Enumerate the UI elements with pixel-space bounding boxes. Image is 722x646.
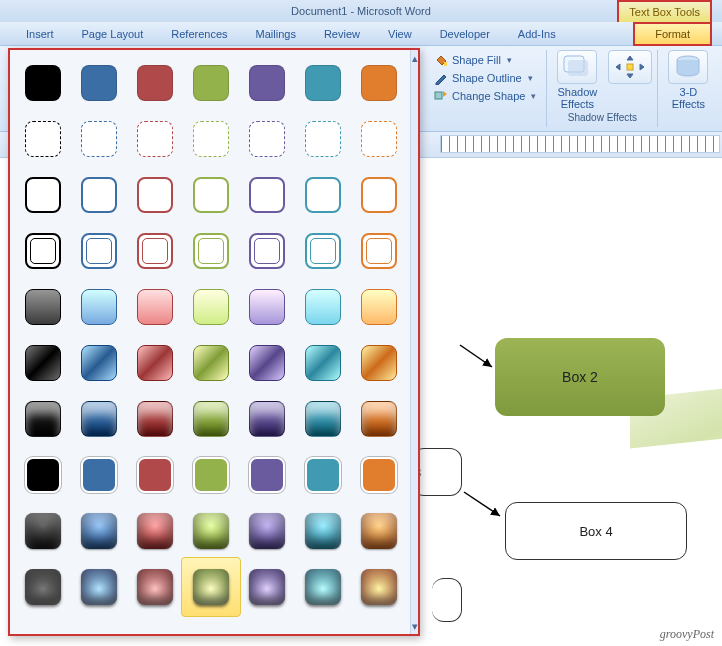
change-shape-button[interactable]: Change Shape▾ xyxy=(430,88,540,104)
style-swatch[interactable] xyxy=(132,564,178,610)
style-swatch[interactable] xyxy=(20,452,66,498)
shape-styles-gallery-host: ▴ ▾ xyxy=(0,46,420,132)
style-swatch[interactable] xyxy=(356,60,402,106)
shadow-nudge-button[interactable] xyxy=(605,46,655,110)
svg-rect-3 xyxy=(568,60,588,76)
tab-insert[interactable]: Insert xyxy=(12,22,68,46)
gallery-scrollbar[interactable]: ▴ ▾ xyxy=(410,50,418,634)
style-swatch[interactable] xyxy=(188,284,234,330)
style-swatch[interactable] xyxy=(244,508,290,554)
style-swatch[interactable] xyxy=(188,116,234,162)
scroll-down-icon[interactable]: ▾ xyxy=(411,618,418,634)
style-swatch[interactable] xyxy=(244,172,290,218)
style-swatch[interactable] xyxy=(20,284,66,330)
style-swatch[interactable] xyxy=(300,172,346,218)
style-swatch[interactable] xyxy=(188,228,234,274)
style-swatch[interactable] xyxy=(356,396,402,442)
tab-mailings[interactable]: Mailings xyxy=(242,22,310,46)
shape-outline-button[interactable]: Shape Outline▾ xyxy=(430,70,540,86)
style-swatch[interactable] xyxy=(356,284,402,330)
style-swatch[interactable] xyxy=(188,396,234,442)
style-swatch[interactable] xyxy=(188,452,234,498)
style-swatch[interactable] xyxy=(20,396,66,442)
style-swatch[interactable] xyxy=(356,228,402,274)
style-swatch[interactable] xyxy=(244,116,290,162)
style-swatch[interactable] xyxy=(20,172,66,218)
shadow-effects-button[interactable]: Shadow Effects xyxy=(549,46,605,110)
tab-references[interactable]: References xyxy=(157,22,241,46)
style-swatch[interactable] xyxy=(132,396,178,442)
style-swatch[interactable] xyxy=(188,172,234,218)
style-swatch[interactable] xyxy=(132,340,178,386)
style-swatch[interactable] xyxy=(244,284,290,330)
style-swatch[interactable] xyxy=(300,284,346,330)
style-swatch[interactable] xyxy=(300,60,346,106)
shape-styles-gallery: ▴ ▾ xyxy=(8,48,420,636)
style-swatch[interactable] xyxy=(244,60,290,106)
style-swatch[interactable] xyxy=(76,564,122,610)
style-swatch[interactable] xyxy=(76,172,122,218)
tab-add-ins[interactable]: Add-Ins xyxy=(504,22,570,46)
style-swatch[interactable] xyxy=(356,172,402,218)
style-swatch[interactable] xyxy=(132,508,178,554)
style-swatch[interactable] xyxy=(132,60,178,106)
style-swatch[interactable] xyxy=(20,60,66,106)
style-swatch[interactable] xyxy=(300,228,346,274)
style-swatch[interactable] xyxy=(356,452,402,498)
horizontal-ruler[interactable] xyxy=(440,135,720,153)
style-swatch[interactable] xyxy=(356,116,402,162)
style-swatch[interactable] xyxy=(76,452,122,498)
tab-page-layout[interactable]: Page Layout xyxy=(68,22,158,46)
style-swatch[interactable] xyxy=(20,564,66,610)
style-swatch[interactable] xyxy=(132,228,178,274)
tab-review[interactable]: Review xyxy=(310,22,374,46)
style-swatch[interactable] xyxy=(244,564,290,610)
chevron-down-icon: ▾ xyxy=(526,73,533,83)
style-swatch[interactable] xyxy=(356,508,402,554)
style-swatch[interactable] xyxy=(20,228,66,274)
nudge-arrows-icon xyxy=(608,50,652,84)
style-swatch[interactable] xyxy=(188,340,234,386)
tab-view[interactable]: View xyxy=(374,22,426,46)
style-swatch[interactable] xyxy=(132,116,178,162)
style-swatch[interactable] xyxy=(244,452,290,498)
scroll-up-icon[interactable]: ▴ xyxy=(411,50,418,66)
style-swatch[interactable] xyxy=(356,340,402,386)
flowchart-box-4[interactable]: Box 4 xyxy=(505,502,687,560)
style-swatch[interactable] xyxy=(76,396,122,442)
style-swatch[interactable] xyxy=(300,340,346,386)
style-swatch[interactable] xyxy=(76,228,122,274)
contextual-tab-textbox-tools[interactable]: Text Box Tools xyxy=(617,0,712,22)
style-swatch[interactable] xyxy=(188,508,234,554)
style-swatch[interactable] xyxy=(132,452,178,498)
style-swatch[interactable] xyxy=(244,340,290,386)
tab-format[interactable]: Format xyxy=(633,22,712,46)
style-swatch[interactable] xyxy=(20,508,66,554)
style-swatch[interactable] xyxy=(132,284,178,330)
style-swatch[interactable] xyxy=(188,564,234,610)
style-swatch[interactable] xyxy=(76,340,122,386)
style-swatch[interactable] xyxy=(244,228,290,274)
style-swatch[interactable] xyxy=(300,396,346,442)
flowchart-box-5-partial[interactable] xyxy=(432,578,462,622)
style-swatch[interactable] xyxy=(300,564,346,610)
shape-fill-button[interactable]: Shape Fill▾ xyxy=(430,52,540,68)
style-swatch[interactable] xyxy=(76,116,122,162)
style-swatch[interactable] xyxy=(20,340,66,386)
tab-developer[interactable]: Developer xyxy=(426,22,504,46)
style-swatch[interactable] xyxy=(356,564,402,610)
style-swatch[interactable] xyxy=(132,172,178,218)
style-swatch[interactable] xyxy=(76,508,122,554)
svg-line-6 xyxy=(460,345,492,367)
style-swatch[interactable] xyxy=(76,60,122,106)
style-swatch[interactable] xyxy=(20,116,66,162)
style-swatch[interactable] xyxy=(188,60,234,106)
style-swatch[interactable] xyxy=(300,508,346,554)
3d-effects-button[interactable]: 3-D Effects xyxy=(660,46,716,131)
style-swatch[interactable] xyxy=(300,116,346,162)
flowchart-box-2[interactable]: Box 2 xyxy=(495,338,665,416)
style-swatch[interactable] xyxy=(244,396,290,442)
style-swatch[interactable] xyxy=(300,452,346,498)
chevron-down-icon: ▾ xyxy=(529,91,536,101)
style-swatch[interactable] xyxy=(76,284,122,330)
